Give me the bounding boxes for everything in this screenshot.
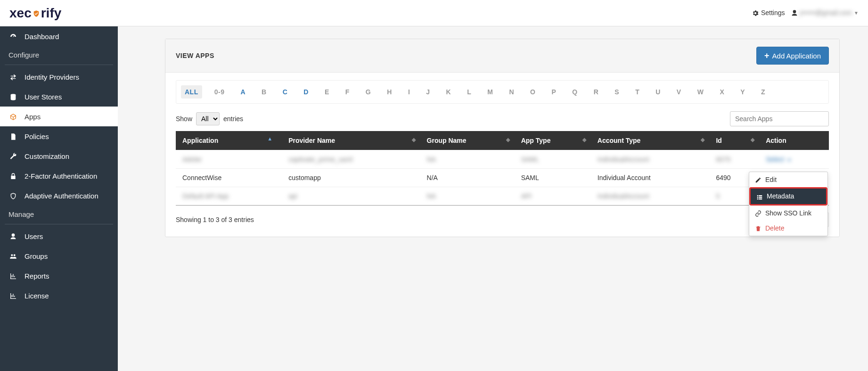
sidebar-label: Reports: [25, 272, 49, 280]
select-action[interactable]: Select ▼: [766, 156, 792, 163]
entries-label: entries: [223, 115, 243, 123]
alpha-m[interactable]: M: [483, 85, 497, 99]
alpha-q[interactable]: Q: [568, 85, 581, 99]
sidebar-item-dashboard[interactable]: Dashboard: [0, 26, 118, 46]
sidebar-label: License: [25, 292, 49, 300]
sidebar-item-2fa[interactable]: 2-Factor Authentication: [0, 166, 118, 186]
alpha-c[interactable]: C: [279, 85, 292, 99]
alpha-v[interactable]: V: [673, 85, 685, 99]
shield-outline-icon: [8, 191, 18, 200]
sidebar-label: Adaptive Authentication: [25, 192, 98, 200]
alpha-u[interactable]: U: [652, 85, 664, 99]
sidebar: Dashboard Configure Identity Providers U…: [0, 26, 118, 371]
pencil-icon: [755, 176, 762, 183]
dropdown-metadata[interactable]: Metadata: [751, 189, 826, 204]
settings-link[interactable]: Settings: [752, 9, 785, 17]
gear-icon: [752, 9, 759, 17]
alpha-d[interactable]: D: [300, 85, 312, 99]
table-row: Adobecaptivate_prime_samlNASAMLIndividua…: [176, 150, 829, 169]
col-group[interactable]: Group Name◆: [420, 131, 515, 150]
sidebar-label: Users: [25, 232, 43, 240]
divider: [5, 224, 113, 224]
alpha-b[interactable]: B: [258, 85, 270, 99]
sidebar-label: Dashboard: [25, 33, 59, 41]
alpha-i[interactable]: I: [404, 85, 414, 99]
alpha-h[interactable]: H: [383, 85, 396, 99]
table-cell: SAML: [515, 169, 591, 187]
alpha-j[interactable]: J: [422, 85, 434, 99]
dropdown-delete[interactable]: Delete: [749, 221, 827, 236]
table-cell: ConnectWise: [176, 169, 282, 187]
table-cell: SAML: [515, 150, 591, 169]
table-cell: IndividualAccount: [591, 150, 710, 169]
database-icon: [8, 92, 18, 101]
sidebar-item-apps[interactable]: Apps: [0, 107, 118, 126]
entries-select[interactable]: All: [196, 112, 220, 125]
lock-icon: [8, 172, 18, 180]
alpha-f[interactable]: F: [342, 85, 353, 99]
alpha-z[interactable]: Z: [757, 85, 769, 99]
divider: [5, 65, 113, 65]
col-application[interactable]: Application▲: [176, 131, 282, 150]
dashboard-icon: [8, 32, 18, 41]
alpha-t[interactable]: T: [631, 85, 643, 99]
col-provider[interactable]: Provider Name◆: [282, 131, 420, 150]
alpha-p[interactable]: P: [548, 85, 560, 99]
sidebar-item-license[interactable]: License: [0, 286, 118, 305]
table-cell: NA: [420, 150, 515, 169]
table-cell: IndividualAccount: [591, 187, 710, 206]
wrench-icon: [8, 152, 18, 160]
alpha-o[interactable]: O: [526, 85, 539, 99]
sidebar-item-adaptive[interactable]: Adaptive Authentication: [0, 186, 118, 206]
alpha-x[interactable]: X: [716, 85, 728, 99]
alpha-e[interactable]: E: [321, 85, 333, 99]
alpha-n[interactable]: N: [505, 85, 518, 99]
trash-icon: [755, 224, 762, 232]
sidebar-label: Policies: [25, 132, 49, 140]
alpha-g[interactable]: G: [362, 85, 375, 99]
sidebar-label: Identity Providers: [25, 73, 79, 81]
alpha-l[interactable]: L: [463, 85, 475, 99]
sidebar-item-users[interactable]: Users: [0, 226, 118, 246]
table-row: Default API AppapiNAAPIIndividualAccount…: [176, 187, 829, 206]
col-id[interactable]: Id◆: [709, 131, 759, 150]
panel-title: VIEW APPS: [176, 52, 214, 59]
alpha-0-9[interactable]: 0-9: [211, 85, 229, 99]
add-application-button[interactable]: + Add Application: [756, 47, 829, 65]
col-account[interactable]: Account Type◆: [591, 131, 710, 150]
table-cell: Select ▼: [759, 150, 829, 169]
sidebar-item-idp[interactable]: Identity Providers: [0, 67, 118, 87]
chevron-down-icon: ▼: [854, 10, 859, 16]
settings-label: Settings: [761, 9, 785, 16]
alpha-w[interactable]: W: [694, 85, 708, 99]
dropdown-edit[interactable]: Edit: [749, 172, 827, 187]
sidebar-item-reports[interactable]: Reports: [0, 266, 118, 286]
dropdown-sso[interactable]: Show SSO Link: [749, 206, 827, 221]
col-apptype[interactable]: App Type◆: [515, 131, 591, 150]
table-cell: 6075: [709, 150, 759, 169]
alpha-y[interactable]: Y: [737, 85, 749, 99]
user-menu[interactable]: j••••••@gmail.com ▼: [791, 9, 859, 17]
table-cell: api: [282, 187, 420, 206]
table-info: Showing 1 to 3 of 3 entries: [176, 216, 254, 223]
sidebar-item-policies[interactable]: Policies: [0, 126, 118, 146]
alpha-r[interactable]: R: [590, 85, 603, 99]
table-cell: NA: [420, 187, 515, 206]
alpha-a[interactable]: A: [237, 85, 249, 99]
exchange-icon: [8, 73, 18, 81]
select-dropdown: Edit Metadata Sh: [749, 172, 828, 236]
alpha-filter: ALL0-9ABCDEFGHIJKLMNOPQRSTUVWXYZ: [176, 80, 829, 104]
alpha-k[interactable]: K: [442, 85, 455, 99]
sidebar-heading-configure: Configure: [0, 46, 118, 63]
user-icon: [8, 232, 18, 240]
sidebar-item-userstores[interactable]: User Stores: [0, 87, 118, 107]
show-label: Show: [176, 115, 192, 123]
search-input[interactable]: [730, 111, 829, 126]
alpha-all[interactable]: ALL: [181, 85, 202, 99]
alpha-s[interactable]: S: [611, 85, 623, 99]
dropdown-sso-label: Show SSO Link: [765, 209, 811, 217]
user-email: j••••••@gmail.com: [800, 9, 852, 16]
add-button-label: Add Application: [772, 52, 821, 60]
sidebar-item-customization[interactable]: Customization: [0, 146, 118, 166]
sidebar-item-groups[interactable]: Groups: [0, 246, 118, 266]
